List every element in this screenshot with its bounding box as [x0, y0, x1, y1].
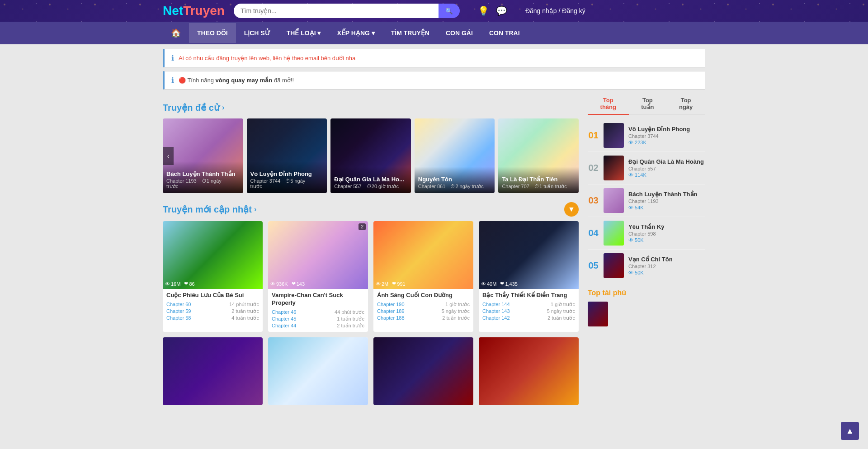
top-chapter-4: Chapter 598 — [628, 231, 705, 236]
manga-chapter-link-3-2[interactable]: Chapter 188 — [377, 315, 405, 321]
manga-chapter-row-2-0: Chapter 46 44 phút trước — [272, 309, 364, 316]
manga-card-5[interactable] — [163, 337, 263, 405]
manga-chapter-link-4-1[interactable]: Chapter 143 — [482, 308, 510, 314]
manga-chapter-link-3-0[interactable]: Chapter 190 — [377, 302, 405, 307]
nav-xep-hang[interactable]: XẾP HẠNG ▾ — [329, 23, 382, 43]
info-icon-1: ℹ — [171, 54, 174, 62]
content-main: Truyện đề cử › ‹ Bách Luyện Thành Thần C… — [163, 93, 579, 405]
manga-card-4[interactable]: 👁 40M ❤ 1,435 Bậc Thầy Thiết Kế Điền Tra… — [479, 221, 579, 332]
manga-views-4: 👁 40M — [481, 281, 496, 287]
manga-card-8[interactable] — [479, 337, 579, 405]
top-list-item-4[interactable]: 04 Yêu Thần Kỳ Chapter 598 50K — [588, 217, 705, 250]
top-thumb-5 — [604, 253, 624, 278]
manga-card-3[interactable]: 👁 2M ❤ 991 Ánh Sáng Cuối Con Đường Chapt… — [373, 221, 473, 332]
featured-arrow[interactable]: › — [222, 104, 224, 112]
top-list-item-3[interactable]: 03 Bách Luyện Thành Thần Chapter 1193 54… — [588, 184, 705, 217]
featured-time-5: ⏱1 tuần trước — [534, 184, 571, 189]
top-manga-title-3: Bách Luyện Thành Thần — [628, 191, 705, 198]
manga-thumb-7 — [373, 337, 473, 405]
nav-lich-su[interactable]: LỊCH SỬ — [236, 23, 278, 43]
nav-the-loai[interactable]: THỂ LOẠI ▾ — [278, 23, 329, 43]
manga-card-6[interactable] — [268, 337, 368, 405]
featured-chapter-4: Chapter 861 — [418, 184, 446, 189]
featured-item-3[interactable]: Đại Quân Gia Là Ma Ho... Chapter 557 ⏱20… — [330, 118, 411, 193]
manga-card-1[interactable]: 👁 16M ❤ 86 Cuộc Phiêu Lưu Của Bé Sui Cha… — [163, 221, 263, 332]
manga-chapter-link-2-2[interactable]: Chapter 44 — [272, 323, 296, 329]
featured-item-4[interactable]: Nguyên Tôn Chapter 861 ⏱2 ngày trước — [415, 118, 495, 193]
manga-card-7[interactable] — [373, 337, 473, 405]
featured-item-5[interactable]: Ta Là Đại Thần Tiên Chapter 707 ⏱1 tuần … — [498, 118, 579, 193]
manga-chapter-link-4-0[interactable]: Chapter 144 — [482, 302, 510, 307]
alert-1: ℹ Ai có nhu cầu đăng truyện lên web, liê… — [163, 49, 705, 67]
manga-chapter-time-3-0: 1 giờ trước — [445, 302, 470, 307]
manga-chapter-row-3-1: Chapter 189 5 ngày trước — [377, 308, 470, 315]
top-views-5: 50K — [628, 270, 705, 275]
manga-title-1: Cuộc Phiêu Lưu Của Bé Sui — [166, 292, 259, 299]
featured-item-2[interactable]: Võ Luyện Đỉnh Phong Chapter 3744 ⏱5 ngày… — [247, 118, 327, 193]
top-list-item-1[interactable]: 01 Võ Luyện Đỉnh Phong Chapter 3744 223K — [588, 119, 705, 152]
tab-top-thang[interactable]: Top tháng — [588, 93, 629, 115]
auth-links[interactable]: Đăng nhập / Đăng ký — [525, 7, 585, 14]
manga-chapter-time-2-0: 44 phút trước — [335, 309, 364, 315]
alert-1-text: Ai có nhu cầu đăng truyện lên web, liên … — [179, 55, 355, 61]
top-list-item-5[interactable]: 05 Vạn Cổ Chí Tôn Chapter 312 50K — [588, 250, 705, 282]
manga-thumb-img-2 — [268, 221, 368, 289]
manga-title-2: Vampire-Chan Can't Suck Properly — [272, 292, 364, 307]
manga-thumb-img-3 — [373, 221, 473, 289]
manga-chapter-row-3-0: Chapter 190 1 giờ trước — [377, 301, 470, 308]
header-icons: 💡 💬 — [478, 5, 507, 16]
manga-info-2: Vampire-Chan Can't Suck Properly Chapter… — [268, 289, 368, 332]
tab-top-ngay[interactable]: Top ngày — [666, 93, 705, 114]
navbar: 🏠 THEO DÕI LỊCH SỬ THỂ LOẠI ▾ XẾP HẠNG ▾… — [0, 22, 868, 44]
featured-chapter-3: Chapter 557 — [334, 184, 362, 189]
featured-item-1[interactable]: Bách Luyện Thành Thần Chapter 1193 ⏱1 ng… — [163, 118, 243, 193]
top-rank-1: 01 — [588, 130, 599, 141]
featured-caption-4: Nguyên Tôn Chapter 861 ⏱2 ngày trước — [415, 167, 495, 193]
manga-badge-2: 2 — [359, 223, 366, 230]
manga-card-2[interactable]: 2 👁 936K ❤ 143 Vampire-Chan Can't Suck P… — [268, 221, 368, 332]
top-chapter-1: Chapter 3744 — [628, 133, 705, 139]
filter-button[interactable]: ▼ — [564, 202, 579, 217]
nav-con-trai[interactable]: CON TRAI — [481, 23, 528, 43]
alert-2: ℹ 🔴 Tính năng vòng quay may mắn đã mở!! — [163, 71, 705, 90]
featured-chap-5: Chapter 707 ⏱1 tuần trước — [502, 184, 575, 189]
manga-chapter-link-1-0[interactable]: Chapter 60 — [166, 302, 191, 307]
search-button[interactable]: 🔍 — [439, 4, 460, 18]
new-chapters-title: Truyện mới cập nhật › — [163, 204, 256, 215]
top-views-1: 223K — [628, 140, 705, 145]
manga-chapter-time-2-2: 2 tuần trước — [337, 323, 364, 329]
featured-chap-3: Chapter 557 ⏱20 giờ trước — [334, 184, 407, 189]
nav-tim-truyen[interactable]: TÌM TRUYỆN — [383, 23, 438, 43]
manga-views-1: 👁 16M — [165, 281, 180, 287]
alert-1-link[interactable]: Ai có nhu cầu đăng truyện lên web, liên … — [179, 55, 355, 61]
carousel-prev-button[interactable]: ‹ — [163, 147, 174, 165]
featured-title-text: Truyện đề cử — [163, 102, 220, 113]
manga-chapter-link-1-2[interactable]: Chapter 58 — [166, 315, 191, 321]
lightbulb-icon[interactable]: 💡 — [478, 5, 489, 16]
featured-chap-1: Chapter 1193 ⏱1 ngày trước — [166, 178, 240, 189]
manga-chapter-link-2-1[interactable]: Chapter 45 — [272, 316, 296, 322]
tab-top-tuan[interactable]: Top tuần — [629, 93, 667, 114]
manga-thumb-img-4 — [479, 221, 579, 289]
manga-title-3: Ánh Sáng Cuối Con Đường — [377, 292, 470, 299]
manga-chapter-link-2-0[interactable]: Chapter 46 — [272, 309, 296, 315]
search-input[interactable] — [234, 4, 439, 18]
manga-likes-3: ❤ 991 — [392, 281, 405, 287]
nav-theo-doi[interactable]: THEO DÕI — [189, 23, 236, 43]
featured-title-3: Đại Quân Gia Là Ma Ho... — [334, 176, 407, 183]
new-chapters-arrow[interactable]: › — [254, 205, 256, 213]
site-logo[interactable]: NetTruyen — [163, 4, 225, 18]
featured-title-5: Ta Là Đại Thần Tiên — [502, 176, 575, 183]
featured-caption-1: Bách Luyện Thành Thần Chapter 1193 ⏱1 ng… — [163, 161, 243, 193]
manga-thumb-img-8 — [479, 337, 579, 405]
manga-chapter-row-2-2: Chapter 44 2 tuần trước — [272, 322, 364, 329]
nav-home[interactable]: 🏠 — [163, 22, 189, 44]
nav-con-gai[interactable]: CON GÁI — [438, 23, 481, 43]
message-icon[interactable]: 💬 — [496, 5, 507, 16]
manga-title-4: Bậc Thầy Thiết Kế Điền Trang — [482, 292, 575, 299]
manga-chapter-link-4-2[interactable]: Chapter 142 — [482, 315, 510, 321]
top-list-item-2[interactable]: 02 Đại Quân Gia Là Ma Hoàng Chapter 557 … — [588, 152, 705, 184]
manga-chapter-link-3-1[interactable]: Chapter 189 — [377, 308, 405, 314]
manga-chapter-link-1-1[interactable]: Chapter 59 — [166, 308, 191, 314]
manga-stats-2: 👁 936K ❤ 143 — [270, 281, 366, 287]
